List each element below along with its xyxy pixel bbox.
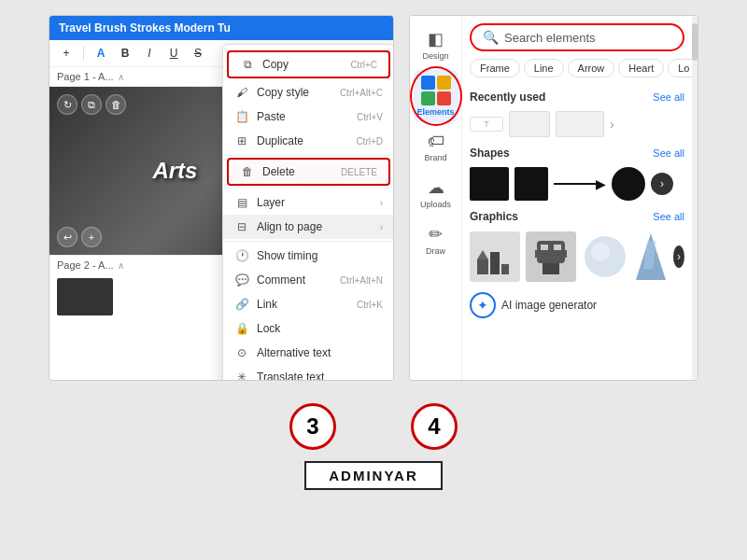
align-label: Align to page	[257, 220, 373, 233]
number-4: 4	[411, 403, 458, 450]
ai-section: ✦ AI image generator	[470, 287, 684, 324]
align-arrow: ›	[380, 222, 383, 232]
right-panel-inner: ◧ Design Elements 🏷 B	[410, 16, 698, 380]
shape-square-1[interactable]	[470, 167, 509, 201]
translate-menu-item[interactable]: ✳ Translate text	[223, 365, 394, 381]
menu-sep-1	[223, 155, 394, 156]
comment-menu-item[interactable]: 💬 Comment Ctrl+Alt+N	[223, 268, 394, 292]
uploads-icon: ☁	[428, 177, 444, 198]
comment-shortcut: Ctrl+Alt+N	[340, 275, 383, 286]
italic-icon[interactable]: I	[140, 44, 159, 63]
prev-icon[interactable]: ↩	[57, 227, 78, 247]
timing-label: Show timing	[257, 249, 383, 262]
timing-menu-item[interactable]: 🕐 Show timing	[223, 244, 394, 268]
timing-icon: 🕐	[234, 248, 249, 263]
sidebar-item-uploads[interactable]: ☁ Uploads	[414, 172, 458, 215]
align-icon: ⊟	[234, 219, 249, 234]
ai-label: AI image generator	[501, 299, 597, 312]
link-shortcut: Ctrl+K	[357, 300, 383, 310]
chip-more[interactable]: Lo...	[668, 59, 692, 77]
graphics-see-all[interactable]: See all	[653, 211, 684, 222]
shapes-see-all[interactable]: See all	[653, 147, 684, 159]
copy-menu-item-highlight: ⧉ Copy Ctrl+C	[227, 50, 390, 78]
shape-square-2[interactable]	[514, 167, 548, 201]
recently-used-chevron[interactable]: ›	[610, 117, 614, 132]
ai-icon[interactable]: ✦	[470, 292, 496, 318]
recent-rect-1[interactable]	[509, 111, 550, 137]
lock-icon: 🔒	[234, 321, 249, 336]
svg-rect-1	[477, 259, 488, 274]
duplicate-menu-item[interactable]: ⊞ Duplicate Ctrl+D	[223, 129, 394, 153]
recent-rect-2[interactable]	[556, 111, 604, 137]
page1-chevron: ∧	[118, 72, 124, 82]
layer-arrow: ›	[380, 198, 383, 208]
layer-menu-item[interactable]: ▤ Layer ›	[223, 190, 394, 215]
delete-menu-item[interactable]: 🗑 Delete DELETE	[229, 160, 388, 184]
rotate-icon[interactable]: ↻	[57, 94, 78, 115]
svg-rect-10	[535, 250, 539, 258]
elements-label: Elements	[416, 107, 454, 117]
paste-label: Paste	[257, 110, 349, 123]
graphic-1[interactable]	[470, 231, 520, 283]
underline-icon[interactable]: U	[164, 44, 183, 63]
paste-shortcut: Ctrl+V	[357, 112, 383, 122]
link-menu-item[interactable]: 🔗 Link Ctrl+K	[223, 292, 394, 316]
shapes-more-btn[interactable]: ›	[651, 173, 673, 195]
draw-label: Draw	[426, 246, 445, 256]
delete-canvas-icon[interactable]: 🗑	[106, 94, 126, 115]
translate-label: Translate text	[257, 371, 383, 381]
sidebar-item-elements[interactable]: Elements	[414, 70, 458, 122]
chip-heart[interactable]: Heart	[618, 59, 664, 77]
svg-rect-3	[501, 264, 509, 274]
add-icon[interactable]: +	[57, 44, 76, 63]
svg-rect-9	[543, 263, 559, 274]
copy-style-label: Copy style	[257, 86, 332, 99]
copy-canvas-icon[interactable]: ⧉	[81, 94, 102, 115]
graphics-title: Graphics	[470, 210, 518, 223]
shape-line[interactable]: ▶	[554, 176, 606, 191]
shapes-title: Shapes	[470, 147, 510, 160]
lock-menu-item[interactable]: 🔒 Lock	[223, 316, 394, 341]
copy-menu-item[interactable]: ⧉ Copy Ctrl+C	[229, 52, 388, 77]
recently-used-see-all[interactable]: See all	[653, 91, 684, 103]
scrollbar-thumb[interactable]	[692, 23, 698, 61]
scrollbar-track[interactable]	[692, 16, 698, 380]
translate-icon: ✳	[234, 370, 249, 381]
copy-label: Copy	[262, 58, 343, 71]
lock-label: Lock	[257, 322, 383, 335]
copy-icon: ⧉	[240, 57, 255, 72]
recently-used-row: T ›	[470, 107, 684, 141]
chip-arrow[interactable]: Arrow	[568, 59, 615, 77]
sidebar-item-brand[interactable]: 🏷 Brand	[414, 126, 458, 168]
search-input[interactable]: Search elements	[504, 31, 671, 45]
copy-style-menu-item[interactable]: 🖌 Copy style Ctrl+Alt+C	[223, 80, 394, 105]
recent-text-item[interactable]: T	[470, 117, 503, 132]
graphic-4[interactable]	[634, 231, 668, 283]
numbers-row: 3 4	[0, 396, 747, 454]
context-menu: ⧉ Copy Ctrl+C 🖌 Copy style Ctrl+Alt+C 📋 …	[222, 44, 394, 381]
graphic-3[interactable]	[582, 231, 628, 283]
chip-line[interactable]: Line	[524, 59, 564, 77]
alt-text-menu-item[interactable]: ⊙ Alternative text	[223, 341, 394, 365]
shape-circle[interactable]	[612, 167, 645, 201]
graphics-more-btn[interactable]: ›	[673, 245, 684, 268]
bold-icon[interactable]: B	[116, 44, 134, 63]
chip-frame[interactable]: Frame	[470, 59, 520, 77]
sidebar-item-design[interactable]: ◧ Design	[414, 23, 458, 66]
text-format-icon[interactable]: A	[92, 44, 110, 63]
graphics-header: Graphics See all	[470, 204, 684, 227]
search-bar-container: 🔍 Search elements	[462, 16, 692, 55]
svg-rect-7	[541, 245, 548, 250]
paste-menu-item[interactable]: 📋 Paste Ctrl+V	[223, 105, 394, 129]
graphic-2[interactable]	[526, 231, 576, 283]
brand-label: Brand	[424, 153, 446, 162]
strikethrough-icon[interactable]: S	[189, 44, 207, 63]
add-canvas-icon[interactable]: +	[81, 227, 102, 247]
recently-used-title: Recently used	[470, 91, 545, 104]
sidebar-item-draw[interactable]: ✏ Draw	[414, 218, 458, 261]
canvas-title: Travel Brush Strokes Modern Tu	[59, 21, 231, 35]
page2-chevron: ∧	[118, 260, 124, 271]
search-bar: 🔍 Search elements	[470, 23, 684, 51]
align-menu-item[interactable]: ⊟ Align to page ›	[223, 215, 394, 239]
svg-rect-6	[537, 241, 565, 263]
